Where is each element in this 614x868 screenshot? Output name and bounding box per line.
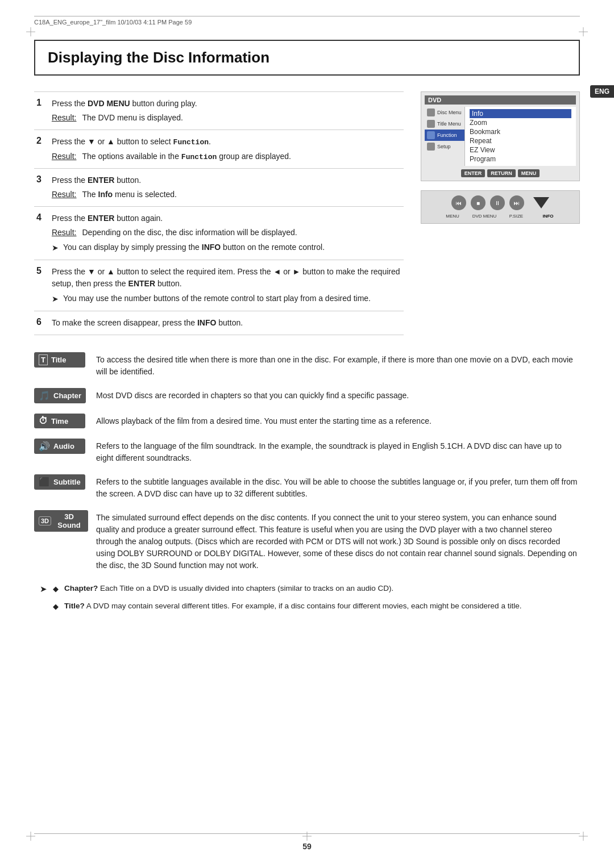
subtitle-badge: ⬛ Subtitle — [34, 474, 85, 490]
icon-label-box-subtitle: ⬛ Subtitle — [34, 474, 88, 490]
step-content-6: To make the screen disappear, press the … — [49, 311, 404, 335]
chapter-icon: 🎵 — [39, 390, 50, 401]
step-2: 2 Press the ▼ or ▲ button to select Func… — [34, 130, 404, 169]
two-col-layout: 1 Press the DVD MENU button during play.… — [34, 91, 580, 335]
section-title-box: Displaying the Disc Information — [34, 40, 580, 76]
eng-badge: ENG — [590, 85, 614, 98]
arrow-icon-5: ➤ — [52, 293, 59, 305]
reg-mark-br — [579, 832, 588, 841]
step-num-3: 3 — [34, 169, 49, 207]
icon-label-box-audio: 🔊 Audio — [34, 439, 88, 454]
audio-label: Audio — [53, 442, 74, 450]
note-bullet-2: ◆ — [53, 601, 59, 612]
remote-btn-rew: ⏮ — [451, 195, 466, 210]
result-label-4: Result: — [52, 227, 77, 239]
icon-row-time: ⏱ Time Allows playback of the film from … — [34, 414, 580, 428]
page-number: 59 — [302, 842, 312, 851]
icon-sections: T Title To access the desired title when… — [34, 352, 580, 571]
dvd-btn-menu: MENU — [518, 169, 540, 177]
dvd-menu-footer: ENTER RETURN MENU — [425, 169, 576, 177]
title-description: To access the desired title when there i… — [96, 352, 580, 378]
result-text-2: The options available in the Function gr… — [82, 151, 291, 163]
menu-item-ezview: EZ View — [470, 145, 571, 155]
title-label: Title — [51, 356, 67, 364]
step-num-6: 6 — [34, 311, 49, 335]
step-content-4: Press the ENTER button again. Result: De… — [49, 207, 404, 260]
chapter-description: Most DVD discs are recorded in chapters … — [96, 388, 580, 402]
remote-top-row: ⏮ ■ ⏸ ⏭ — [451, 195, 549, 210]
dvd-btn-enter: ENTER — [461, 169, 486, 177]
audio-icon: 🔊 — [39, 441, 50, 452]
time-description: Allows playback of the film from a desir… — [96, 414, 580, 427]
remote-btn-fwd: ⏭ — [509, 195, 524, 210]
main-content: Displaying the Disc Information 1 Press … — [34, 40, 580, 834]
remote-label-info: INFO — [534, 214, 562, 219]
menu-item-program: Program — [470, 155, 571, 164]
reg-mark-bl — [26, 832, 35, 841]
3dsound-icon: 3D — [39, 516, 51, 525]
page-title: Displaying the Disc Information — [48, 49, 566, 66]
remote-btn-pause: ⏸ — [490, 195, 505, 210]
audio-description: Refers to the language of the film sound… — [96, 439, 580, 464]
right-column: DVD Disc Menu Title Menu — [421, 91, 580, 335]
reg-mark-tl — [26, 27, 35, 36]
result-label-1: Result: — [52, 112, 77, 124]
result-label-3: Result: — [52, 189, 77, 201]
step-content-1: Press the DVD MENU button during play. R… — [49, 92, 404, 130]
step-num-1: 1 — [34, 92, 49, 130]
result-text-3: The Info menu is selected. — [82, 189, 177, 201]
time-icon: ⏱ — [39, 416, 48, 426]
dvd-menu-rows: Disc Menu Title Menu Function — [425, 107, 576, 166]
icon-label-box-title: T Title — [34, 352, 88, 368]
header-text: C18A_ENG_europe_17"_film 10/10/03 4:11 P… — [34, 19, 192, 26]
note-chapter: ◆ Chapter? Each Title on a DVD is usuall… — [53, 583, 521, 595]
notes-section: ➤ ◆ Chapter? Each Title on a DVD is usua… — [34, 583, 580, 617]
step-5: 5 Press the ▼ or ▲ button to select the … — [34, 260, 404, 311]
step-content-3: Press the ENTER button. Result: The Info… — [49, 169, 404, 207]
dvd-menu-sidebar: Disc Menu Title Menu Function — [425, 107, 464, 166]
3dsound-label: 3D Sound — [55, 512, 84, 529]
remote-labels: MENU DVD MENU P.SIZE INFO — [438, 214, 562, 219]
step-content-5: Press the ▼ or ▲ button to select the re… — [49, 260, 404, 311]
icon-row-chapter: 🎵 Chapter Most DVD discs are recorded in… — [34, 388, 580, 403]
icon-row-audio: 🔊 Audio Refers to the language of the fi… — [34, 439, 580, 464]
notes-arrow-icon: ➤ — [40, 584, 47, 594]
audio-badge: 🔊 Audio — [34, 439, 85, 454]
icon-label-box-time: ⏱ Time — [34, 414, 88, 428]
reg-mark-tr — [579, 27, 588, 36]
step-num-4: 4 — [34, 207, 49, 260]
page: C18A_ENG_europe_17"_film 10/10/03 4:11 P… — [0, 0, 614, 868]
dvd-menu-header: DVD — [425, 95, 576, 105]
icon-row-3dsound: 3D 3D Sound The simulated surround effec… — [34, 510, 580, 571]
note-text-chapter: Chapter? Each Title on a DVD is usually … — [64, 583, 393, 595]
remote-btn-stop: ■ — [471, 195, 486, 210]
note-bullet-1: ◆ — [53, 583, 59, 595]
reg-mark-bc — [302, 832, 312, 841]
chapter-badge: 🎵 Chapter — [34, 388, 86, 403]
subtitle-description: Refers to the subtitle languages availab… — [96, 474, 580, 500]
sidebar-item-disc-menu: Disc Menu — [425, 107, 464, 118]
time-label: Time — [51, 417, 68, 425]
step-content-2: Press the ▼ or ▲ button to select Functi… — [49, 130, 404, 169]
menu-item-repeat: Repeat — [470, 136, 571, 145]
steps-column: 1 Press the DVD MENU button during play.… — [34, 91, 404, 335]
time-badge: ⏱ Time — [34, 414, 85, 428]
sidebar-item-title-menu: Title Menu — [425, 118, 464, 130]
sidebar-item-function: Function — [425, 130, 464, 141]
sidebar-item-setup: Setup — [425, 141, 464, 152]
remote-label-psize: P.SIZE — [502, 214, 530, 219]
note-title: ◆ Title? A DVD may contain several diffe… — [53, 600, 521, 612]
title-icon: T — [39, 354, 48, 365]
step-1: 1 Press the DVD MENU button during play.… — [34, 92, 404, 130]
dvd-btn-return: RETURN — [487, 169, 516, 177]
subtitle-label: Subtitle — [53, 478, 81, 486]
header-bar: C18A_ENG_europe_17"_film 10/10/03 4:11 P… — [34, 16, 580, 26]
remote-image: ⏮ ■ ⏸ ⏭ MENU DVD MENU P.SIZE INFO — [421, 190, 580, 224]
step-4: 4 Press the ENTER button again. Result: … — [34, 207, 404, 260]
icon-row-subtitle: ⬛ Subtitle Refers to the subtitle langua… — [34, 474, 580, 500]
3dsound-badge: 3D 3D Sound — [34, 510, 88, 532]
note-text-4: You can display by simply pressing the I… — [63, 241, 325, 254]
result-label-2: Result: — [52, 151, 77, 163]
step-6: 6 To make the screen disappear, press th… — [34, 311, 404, 335]
remote-label-menu: MENU — [438, 214, 467, 219]
